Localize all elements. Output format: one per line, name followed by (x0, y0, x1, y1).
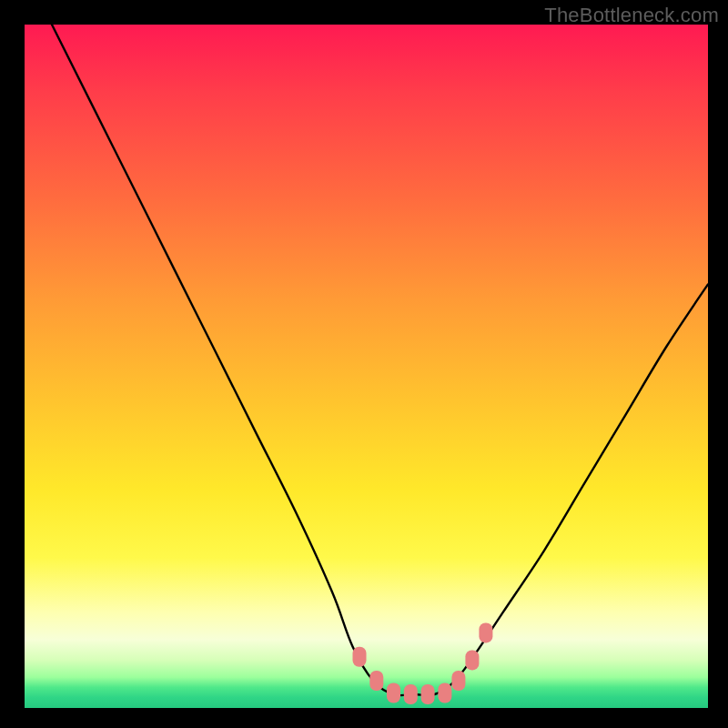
highlight-dot (387, 683, 400, 703)
highlight-dot (465, 650, 479, 670)
highlight-dot (404, 684, 418, 704)
curve-group (25, 0, 708, 695)
chart-svg (25, 25, 708, 708)
highlight-dot (369, 671, 383, 691)
highlight-dot (479, 622, 492, 642)
bottleneck-curve (25, 0, 708, 695)
highlight-dot (451, 671, 465, 691)
highlight-dot (438, 683, 451, 703)
plot-area (25, 25, 708, 708)
chart-frame: TheBottleneck.com (0, 0, 728, 728)
highlight-dot (421, 684, 435, 704)
marker-group (353, 622, 493, 704)
highlight-dot (353, 647, 367, 667)
watermark-text: TheBottleneck.com (544, 4, 719, 27)
